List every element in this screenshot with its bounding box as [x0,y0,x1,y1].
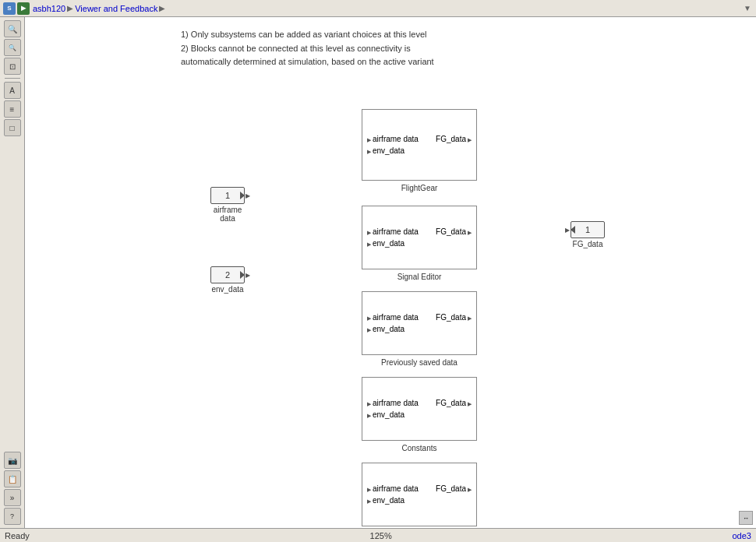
signal-editor-out1-arrow [468,227,472,236]
spreadsheet-in2: env_data [367,496,404,505]
constants-out1-arrow [468,399,472,407]
layers-button[interactable]: ≡ [4,100,21,118]
signal-editor-out1: FG_data [436,227,472,236]
info-text: 1) Only subsystems can be added as varia… [181,28,434,69]
spreadsheet-out1-arrow [468,484,472,493]
spreadsheet-row1: airframe data FG_data [362,483,476,494]
flightgear-in2: env_data [367,146,404,155]
previously-saved-row2: env_data [362,323,476,335]
frame-button[interactable]: □ [4,119,21,136]
status-ready: Ready [5,531,30,540]
constants-out1-label: FG_data [436,399,466,407]
flightgear-port-row2: env_data [362,145,476,157]
outport-block[interactable]: ▶ 1 FG_data [571,221,605,248]
constants-inner: airframe data FG_data env_data [362,378,476,440]
previously-saved-inner: airframe data FG_data env_data [362,292,476,354]
info-line3: automatically determined at simulation, … [181,55,434,69]
flightgear-block[interactable]: airframe data FG_data env_data FlightGea… [362,109,477,181]
info-line2: 2) Blocks cannot be connected at this le… [181,42,434,56]
constants-in2-label: env_data [373,410,404,419]
previously-saved-label: Previously saved data [381,358,457,367]
inport-1-shape: 1 ▶ [210,187,245,204]
camera-button[interactable]: 📷 [4,452,21,469]
signal-editor-in2-label: env_data [373,239,404,248]
flightgear-in1-label: airframe data [373,135,419,143]
signal-editor-inner: airframe data FG_data env_data [362,206,476,269]
flightgear-in2-label: env_data [373,146,404,155]
flightgear-out1: FG_data [436,135,472,143]
spreadsheet-inner: airframe data FG_data env_data [362,463,476,526]
flightgear-out1-label: FG_data [436,135,466,143]
signal-editor-row2: env_data [362,238,476,249]
signal-editor-in1-label: airframe data [373,227,419,236]
previously-saved-out1-arrow [468,313,472,322]
inport-1-block[interactable]: 1 ▶ airframedata [210,187,245,223]
fit-button[interactable]: ⊡ [4,58,21,75]
help-button[interactable]: ? [4,508,21,525]
toolbar-bottom: 📷 📋 » ? [4,452,21,525]
previously-saved-in2-label: env_data [373,325,404,333]
flightgear-in1-arrow [367,135,371,143]
status-zoom: 125% [370,531,392,540]
previously-saved-in2-arrow [367,325,371,333]
breadcrumb-viewer[interactable]: Viewer and Feedback [75,4,157,13]
previously-saved-block[interactable]: airframe data FG_data env_data Previousl… [362,291,477,355]
breadcrumb: asbh120 ▶ Viewer and Feedback ▶ [33,4,165,13]
outport-label: FG_data [573,240,603,248]
constants-out1: FG_data [436,399,472,407]
inport-2-number: 2 [225,270,230,280]
previously-saved-in1: airframe data [367,313,419,322]
spreadsheet-in1-arrow [367,484,371,493]
spreadsheet-out1: FG_data [436,484,472,493]
previously-saved-out1: FG_data [436,313,472,322]
constants-in1-arrow [367,399,371,407]
signal-editor-block[interactable]: airframe data FG_data env_data Signal Ed… [362,206,477,269]
breadcrumb-sep2: ▶ [159,4,165,12]
zoom-out-button[interactable]: 🔍 [4,39,21,56]
constants-in1: airframe data [367,399,419,407]
spreadsheet-in2-arrow [367,496,371,505]
main-container: 🔍 🔍 ⊡ A ≡ □ 📷 📋 » ? 1) Only subsystems c… [0,17,756,528]
outport-shape: ▶ 1 [571,221,605,238]
text-button[interactable]: A [4,82,21,99]
screenshot-button[interactable]: 📋 [4,470,21,487]
left-toolbar: 🔍 🔍 ⊡ A ≡ □ 📷 📋 » ? [0,17,25,528]
spreadsheet-row2: env_data [362,494,476,506]
zoom-in-button[interactable]: 🔍 [4,20,21,37]
inport-1-label: airframedata [214,206,242,223]
flightgear-inner: airframe data FG_data env_data [362,110,476,180]
spreadsheet-block[interactable]: airframe data FG_data env_data Spreadshe… [362,463,477,526]
model-icon: ▶ [17,2,30,15]
signal-editor-row1: airframe data FG_data [362,226,476,238]
signal-editor-in2: env_data [367,239,404,248]
breadcrumb-asbh[interactable]: asbh120 [33,4,65,13]
flightgear-label: FlightGear [401,184,438,192]
constants-row2: env_data [362,409,476,421]
more-button[interactable]: » [4,489,21,506]
constants-in2-arrow [367,410,371,419]
constants-in2: env_data [367,410,404,419]
title-bar: S ▶ asbh120 ▶ Viewer and Feedback ▶ ▼ [0,0,756,17]
breadcrumb-sep1: ▶ [67,4,73,12]
inport-2-block[interactable]: 2 ▶ env_data [210,266,245,294]
spreadsheet-in1: airframe data [367,484,419,493]
title-dropdown[interactable]: ▼ [744,4,751,12]
inport-1-number: 1 [225,191,230,200]
title-icons: S ▶ [3,2,30,15]
inport-2-label: env_data [211,285,243,294]
flightgear-port-row1: airframe data FG_data [362,133,476,145]
signal-editor-label: Signal Editor [397,273,442,281]
constants-in1-label: airframe data [373,399,419,407]
signal-editor-out1-label: FG_data [436,227,466,236]
simulink-icon: S [3,2,16,15]
constants-row1: airframe data FG_data [362,397,476,409]
constants-block[interactable]: airframe data FG_data env_data Constants [362,377,477,441]
previously-saved-in1-arrow [367,313,371,322]
constants-label: Constants [401,444,436,452]
spreadsheet-out1-label: FG_data [436,484,466,493]
previously-saved-in2: env_data [367,325,404,333]
signal-editor-in1-arrow [367,227,371,236]
flightgear-in1: airframe data [367,135,419,143]
previously-saved-in1-label: airframe data [373,313,419,322]
canvas-area[interactable]: 1) Only subsystems can be added as varia… [25,17,756,528]
